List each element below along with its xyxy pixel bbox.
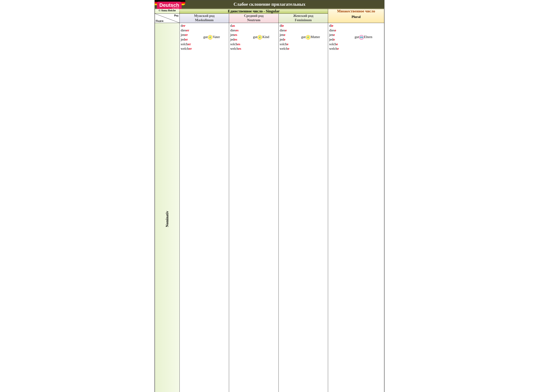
determiner: solches	[230, 42, 245, 47]
adjective-example: gutenEltern	[343, 23, 383, 51]
determiner: solcher	[181, 42, 195, 47]
table-cell: diediesejenejedesolchewelche guteMutter	[279, 23, 328, 392]
neut-header: Средний род Neutrum	[229, 14, 279, 23]
gender-axis-label: Род	[174, 14, 178, 17]
table-cell: derdieserjenerjedersolcherwelcher guteVa…	[179, 23, 229, 392]
adjective-example: guteMutter	[294, 23, 327, 51]
declension-table: © Anna Reiche Единственное число - Singu…	[155, 9, 384, 392]
determiner: jedes	[230, 37, 245, 42]
adjective-ending-chip: en	[359, 35, 364, 40]
determiner: das	[230, 23, 245, 28]
determiner-list: derdieserjenerjedersolcherwelcher	[181, 23, 195, 51]
adjective-example: guteKind	[245, 23, 278, 51]
case-label: Nominativ	[155, 23, 179, 392]
determiner: solche	[280, 42, 294, 47]
case-axis-label: Падеж	[156, 19, 164, 22]
table-row: Nominativ derdieserjenerjedersolcherwelc…	[155, 23, 384, 392]
plural-title: Множественное число	[328, 9, 384, 14]
determiner: die	[329, 23, 343, 28]
determiner: welcher	[181, 46, 195, 51]
masc-header: Мужской род Maskulinum	[179, 14, 229, 23]
determiner: welche	[329, 46, 343, 51]
determiner: jeder	[181, 37, 195, 42]
determiner: solche	[329, 42, 343, 47]
table-cell: diediesejenejedesolchewelche gutenEltern…	[328, 23, 384, 392]
header-row-1: © Anna Reiche Единственное число - Singu…	[155, 9, 384, 14]
table-cell: dasdiesesjenesjedessolcheswelches guteKi…	[229, 23, 279, 392]
singular-header: Единственное число - Singular	[179, 9, 328, 14]
fem-header: Женский род Femininum	[279, 14, 328, 23]
determiner-list: diediesejenejedesolchewelche	[280, 23, 294, 51]
adjective-example: guteVater	[195, 23, 228, 51]
determiner: jenes	[230, 33, 245, 37]
determiner: jene	[280, 33, 294, 37]
determiner-list: dasdiesesjenesjedessolcheswelches	[230, 23, 245, 51]
determiner: dieses	[230, 28, 245, 33]
page-title: Слабое склонение прилагательных	[234, 2, 305, 7]
determiner: jene	[329, 33, 343, 37]
case-label-cell: Nominativ	[155, 23, 180, 392]
title-bar: Deutsch ONLINE Слабое склонение прилагат…	[155, 0, 384, 9]
adjective-ending-chip: e	[306, 35, 310, 40]
adjective-ending-chip: e	[208, 35, 212, 40]
determiner: jede	[329, 37, 343, 42]
declension-chart: Deutsch ONLINE Слабое склонение прилагат…	[154, 0, 385, 392]
adjective-ending-chip: e	[257, 35, 262, 40]
determiner: die	[280, 23, 294, 28]
determiner: diese	[329, 28, 343, 33]
determiner: welches	[230, 46, 245, 51]
plural-subtitle: Plural	[328, 15, 384, 19]
determiner-list: diediesejenejedesolchewelche	[329, 23, 343, 51]
determiner: der	[181, 23, 195, 28]
determiner: jener	[181, 33, 195, 37]
copyright-cell: © Anna Reiche	[155, 9, 180, 14]
diagonal-header: Род Падеж	[155, 14, 180, 23]
plural-header: Множественное число Plural	[328, 9, 384, 23]
determiner: jede	[280, 37, 294, 42]
determiner: diese	[280, 28, 294, 33]
determiner: welche	[280, 46, 294, 51]
logo-area: Deutsch ONLINE	[155, 0, 185, 5]
determiner: dieser	[181, 28, 195, 33]
copyright-text: © Anna Reiche	[159, 9, 176, 12]
